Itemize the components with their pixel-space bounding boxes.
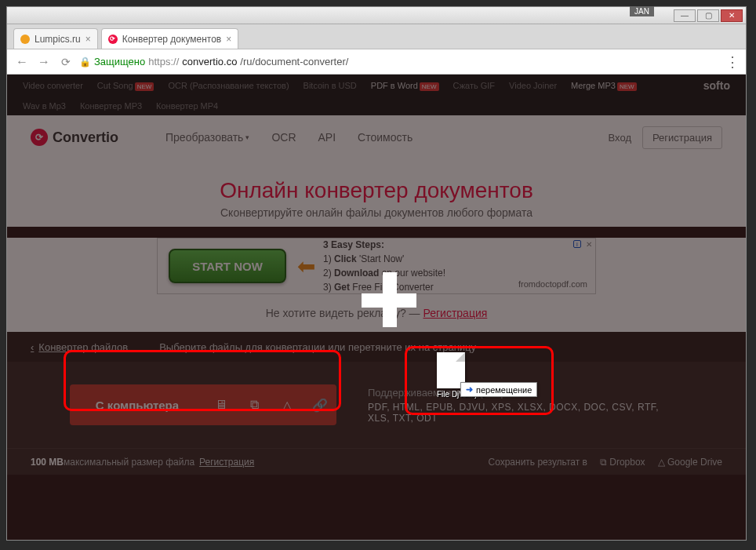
site-logo[interactable]: ⟳ Convertio xyxy=(31,129,118,146)
url-host: convertio.co xyxy=(182,56,237,67)
page-content: Video converter Cut SongNEW OCR (Распозн… xyxy=(7,75,746,540)
hero-section: Онлайн конвертер документов Сконвертируй… xyxy=(7,159,746,227)
from-computer-button[interactable]: С компьютера xyxy=(70,399,205,412)
site-nav: Преобразовать▾ OCR API Стоимость xyxy=(165,131,413,144)
page-subtitle: Сконвертируйте онлайн файлы документов л… xyxy=(7,206,746,219)
favicon-lumpics-icon xyxy=(20,35,30,44)
dropbox-icon[interactable]: ⧉ xyxy=(238,398,271,412)
link-icon[interactable]: 🔗 xyxy=(303,398,336,413)
converter-panel: ‹Конвертер файлов Выберите файлы для кон… xyxy=(7,332,746,475)
site-account: Вход Регистрация xyxy=(609,126,722,149)
ad-close-icon[interactable]: ✕ xyxy=(586,240,592,249)
window-close-button[interactable]: ✕ xyxy=(721,9,743,22)
converter-main: С компьютера 🖥 ⧉ △ 🔗 Поддерживаемая конв… xyxy=(7,362,746,448)
converter-header: ‹Конвертер файлов Выберите файлы для кон… xyxy=(7,332,746,362)
formats-list: PDF, HTML, EPUB, DJVU, XPS, XLSX, DOCX, … xyxy=(368,402,683,424)
tab-label: Lumpics.ru xyxy=(35,34,81,45)
no-ads-prompt: Не хотите видеть рекламу? — Регистрация xyxy=(7,300,746,332)
upload-group: С компьютера 🖥 ⧉ △ 🔗 xyxy=(70,384,336,425)
softo-link[interactable]: OCR (Распознавание текстов) xyxy=(168,81,289,90)
softo-link[interactable]: Cut SongNEW xyxy=(97,81,154,90)
register-link-footer[interactable]: Регистрация xyxy=(199,457,254,468)
tab-close-icon[interactable]: × xyxy=(85,34,91,45)
ad-info-icon[interactable]: i xyxy=(573,240,581,248)
register-button[interactable]: Регистрация xyxy=(642,126,722,149)
arrow-right-icon: ➜ xyxy=(466,384,473,395)
login-link[interactable]: Вход xyxy=(609,132,631,144)
back-link[interactable]: ‹Конвертер файлов xyxy=(31,341,128,353)
upload-box: С компьютера 🖥 ⧉ △ 🔗 xyxy=(70,384,336,425)
save-to-group: Сохранить результат в ⧉ Dropbox △ Google… xyxy=(488,457,722,468)
drag-tooltip-text: перемещение xyxy=(476,385,532,395)
tab-convertio[interactable]: ⟳ Конвертер документов × xyxy=(101,28,239,49)
nav-forward-button[interactable]: → xyxy=(35,53,53,71)
secure-label: Защищено xyxy=(94,56,145,67)
logo-text: Convertio xyxy=(53,129,118,146)
softo-nav-row2: Wav в Mp3 Конвертер MP3 Конвертер MP4 xyxy=(7,97,746,115)
ad-start-button[interactable]: START NOW xyxy=(169,249,286,283)
softo-link[interactable]: Сжать GIF xyxy=(453,81,496,90)
page-title: Онлайн конвертер документов xyxy=(7,178,746,203)
nav-api[interactable]: API xyxy=(318,131,336,144)
save-to-label: Сохранить результат в xyxy=(488,457,587,468)
chevron-left-icon: ‹ xyxy=(31,341,34,353)
window-maximize-button[interactable]: ▢ xyxy=(697,9,719,22)
softo-link[interactable]: PDF в WordNEW xyxy=(371,81,439,90)
browser-window: JAN — ▢ ✕ Lumpics.ru × ⟳ Конвертер докум… xyxy=(6,6,747,541)
max-size-label: максимальный размер файла xyxy=(64,457,194,468)
save-dropbox[interactable]: ⧉ Dropbox xyxy=(600,457,645,468)
window-minimize-button[interactable]: — xyxy=(674,9,696,22)
tab-close-icon[interactable]: × xyxy=(226,34,231,45)
url-scheme: https:// xyxy=(148,56,179,67)
softo-nav-row1: Video converter Cut SongNEW OCR (Распозн… xyxy=(7,75,746,97)
softo-link[interactable]: Video converter xyxy=(23,81,83,90)
nav-ocr[interactable]: OCR xyxy=(271,131,296,144)
chevron-down-icon: ▾ xyxy=(245,133,249,141)
browser-menu-button[interactable]: ⋮ xyxy=(725,53,740,71)
converter-hint: Выберите файлы для конвертации или перет… xyxy=(159,341,476,353)
ad-text: 3 Easy Steps: 1) Click 'Start Now' 2) Do… xyxy=(323,238,445,294)
nav-reload-button[interactable]: ⟳ xyxy=(57,53,75,71)
save-gdrive[interactable]: △ Google Drive xyxy=(658,457,722,468)
jan-badge: JAN xyxy=(630,6,654,16)
computer-icon[interactable]: 🖥 xyxy=(205,398,238,412)
arrow-left-icon: ⬅ xyxy=(297,253,315,279)
softo-link[interactable]: Merge MP3NEW xyxy=(571,81,637,90)
tab-strip: Lumpics.ru × ⟳ Конвертер документов × xyxy=(7,24,746,49)
url-field[interactable]: 🔒 Защищено https://convertio.co/ru/docum… xyxy=(79,56,721,67)
converter-footer: 100 MB максимальный размер файла Регистр… xyxy=(7,448,746,475)
lock-icon: 🔒 xyxy=(79,56,91,67)
ad-domain: fromdoctopdf.com xyxy=(518,279,587,289)
ad-banner[interactable]: START NOW ⬅ 3 Easy Steps: 1) Click 'Star… xyxy=(157,238,596,294)
nav-price[interactable]: Стоимость xyxy=(358,131,413,144)
window-titlebar: JAN — ▢ ✕ xyxy=(7,7,746,24)
max-size-value: 100 MB xyxy=(31,457,64,468)
softo-link[interactable]: Конвертер MP3 xyxy=(80,101,142,111)
softo-link[interactable]: Video Joiner xyxy=(509,81,557,90)
address-bar: ← → ⟳ 🔒 Защищено https://convertio.co/ru… xyxy=(7,49,746,75)
softo-link[interactable]: Bitcoin в USD xyxy=(303,81,357,90)
favicon-convertio-icon: ⟳ xyxy=(108,35,118,44)
url-path: /ru/document-converter/ xyxy=(240,56,348,67)
softo-brand[interactable]: softo xyxy=(703,79,730,92)
softo-link[interactable]: Конвертер MP4 xyxy=(156,101,218,111)
nav-convert[interactable]: Преобразовать▾ xyxy=(165,131,249,144)
tab-label: Конвертер документов xyxy=(122,34,222,45)
tab-lumpics[interactable]: Lumpics.ru × xyxy=(13,28,98,49)
register-link[interactable]: Регистрация xyxy=(423,307,487,319)
site-header: ⟳ Convertio Преобразовать▾ OCR API Стоим… xyxy=(7,115,746,159)
drag-tooltip: ➜ перемещение xyxy=(460,382,537,397)
google-drive-icon[interactable]: △ xyxy=(271,398,303,413)
logo-icon: ⟳ xyxy=(31,129,48,146)
softo-link[interactable]: Wav в Mp3 xyxy=(23,101,66,111)
nav-back-button[interactable]: ← xyxy=(13,53,31,71)
